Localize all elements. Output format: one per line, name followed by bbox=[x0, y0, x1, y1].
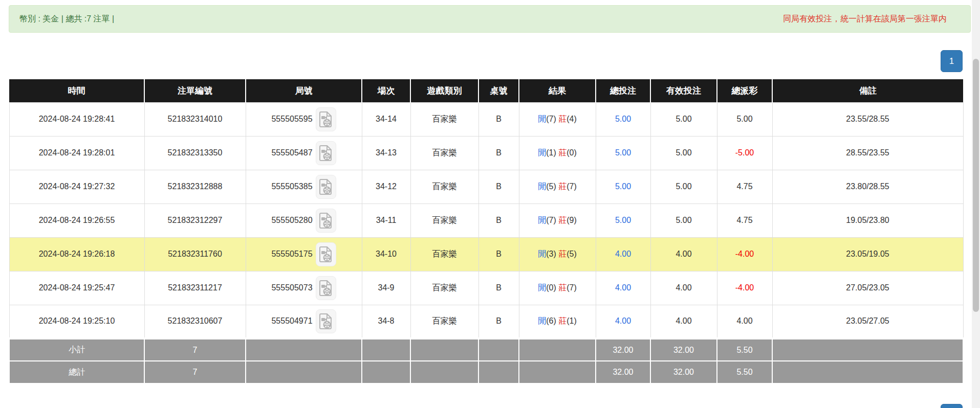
column-header: 總投注 bbox=[596, 79, 650, 102]
video-file-icon bbox=[319, 280, 333, 297]
time-cell: 2024-08-24 19:28:41 bbox=[9, 102, 144, 136]
banker-result-label: 莊 bbox=[558, 148, 567, 157]
round-id: 555505175 bbox=[271, 249, 312, 258]
round-cell: 555505595 bbox=[246, 102, 362, 136]
column-header: 總派彩 bbox=[717, 79, 772, 102]
column-header: 局號 bbox=[246, 79, 362, 102]
valid-bet-cell: 5.00 bbox=[650, 102, 717, 136]
player-result-label: 閒 bbox=[538, 283, 546, 292]
video-replay-button[interactable] bbox=[316, 276, 336, 300]
session-cell: 34-10 bbox=[362, 237, 410, 271]
banker-result-label: 莊 bbox=[558, 283, 567, 292]
total-bet-cell[interactable]: 5.00 bbox=[596, 102, 650, 136]
remark-cell: 19.05/23.80 bbox=[772, 203, 963, 237]
table-row: 2024-08-24 19:26:18 521832311760 5555051… bbox=[9, 237, 963, 271]
total-bet-cell[interactable]: 5.00 bbox=[596, 203, 650, 237]
session-cell: 34-12 bbox=[362, 170, 410, 203]
column-header: 遊戲類別 bbox=[410, 79, 478, 102]
payout-cell: -4.00 bbox=[717, 271, 772, 305]
session-cell: 34-13 bbox=[362, 136, 410, 170]
total-bet-cell[interactable]: 4.00 bbox=[596, 237, 650, 271]
banker-result-score: (4) bbox=[567, 115, 577, 123]
round-id: 555504971 bbox=[271, 316, 312, 325]
subtotal-row: 小計 7 32.00 32.00 5.50 bbox=[9, 338, 963, 361]
banker-result-label: 莊 bbox=[558, 182, 567, 191]
video-replay-button[interactable] bbox=[316, 209, 336, 233]
banker-result-score: (5) bbox=[567, 250, 577, 258]
table-row: 2024-08-24 19:25:10 521832310607 5555049… bbox=[9, 305, 963, 338]
pagination-page-1-bottom[interactable]: 1 bbox=[941, 404, 963, 408]
scrollbar[interactable] bbox=[972, 0, 980, 408]
round-id: 555505385 bbox=[271, 182, 312, 190]
payout-cell: 4.75 bbox=[717, 203, 772, 237]
video-replay-button[interactable] bbox=[316, 309, 336, 333]
remark-cell: 23.80/28.55 bbox=[772, 170, 963, 203]
round-cell: 555505280 bbox=[246, 203, 362, 237]
time-cell: 2024-08-24 19:25:10 bbox=[9, 305, 144, 338]
video-replay-button[interactable] bbox=[316, 242, 336, 266]
player-result-label: 閒 bbox=[538, 250, 546, 258]
payout-cell: 4.75 bbox=[717, 170, 772, 203]
pagination-page-1-top[interactable]: 1 bbox=[941, 50, 963, 72]
banker-result-score: (7) bbox=[567, 283, 577, 292]
column-header: 場次 bbox=[362, 79, 410, 102]
round-cell: 555505073 bbox=[246, 271, 362, 305]
valid-bet-cell: 5.00 bbox=[650, 203, 717, 237]
player-result-score: (6) bbox=[546, 316, 556, 325]
total-total-bet: 32.00 bbox=[596, 361, 650, 383]
session-cell: 34-11 bbox=[362, 203, 410, 237]
banker-result-score: (9) bbox=[567, 216, 577, 224]
valid-bet-cell: 4.00 bbox=[650, 305, 717, 338]
time-cell: 2024-08-24 19:28:01 bbox=[9, 136, 144, 170]
player-result-label: 閒 bbox=[538, 182, 546, 191]
round-cell: 555504971 bbox=[246, 305, 362, 338]
bet-id-cell: 521832313350 bbox=[144, 136, 246, 170]
table-no-cell: B bbox=[478, 203, 519, 237]
remark-cell: 23.05/27.05 bbox=[772, 305, 963, 338]
table-row: 2024-08-24 19:28:01 521832313350 5555054… bbox=[9, 136, 963, 170]
payout-cell: -5.00 bbox=[717, 136, 772, 170]
round-id: 555505073 bbox=[271, 283, 312, 291]
player-result-score: (5) bbox=[546, 182, 556, 191]
total-bet-cell[interactable]: 5.00 bbox=[596, 170, 650, 203]
table-no-cell: B bbox=[478, 271, 519, 305]
table-row: 2024-08-24 19:28:41 521832314010 5555055… bbox=[9, 102, 963, 136]
bet-id-cell: 521832310607 bbox=[144, 305, 246, 338]
video-file-icon bbox=[319, 145, 333, 162]
total-payout: 5.50 bbox=[717, 361, 772, 383]
remark-cell: 27.05/23.05 bbox=[772, 271, 963, 305]
valid-bet-cell: 4.00 bbox=[650, 237, 717, 271]
player-result-score: (7) bbox=[546, 216, 556, 224]
round-cell: 555505487 bbox=[246, 136, 362, 170]
result-cell: 閒(5) 莊(7) bbox=[519, 170, 596, 203]
round-cell: 555505385 bbox=[246, 170, 362, 203]
video-file-icon bbox=[319, 246, 333, 263]
video-replay-button[interactable] bbox=[316, 141, 336, 165]
total-bet-cell[interactable]: 4.00 bbox=[596, 305, 650, 338]
table-no-cell: B bbox=[478, 102, 519, 136]
subtotal-total-bet: 32.00 bbox=[596, 338, 650, 361]
scrollbar-thumb[interactable] bbox=[973, 59, 979, 312]
table-no-cell: B bbox=[478, 170, 519, 203]
game-type-cell: 百家樂 bbox=[410, 271, 478, 305]
session-cell: 34-9 bbox=[362, 271, 410, 305]
total-bet-cell[interactable]: 5.00 bbox=[596, 136, 650, 170]
banker-result-label: 莊 bbox=[558, 115, 567, 123]
total-bet-cell[interactable]: 4.00 bbox=[596, 271, 650, 305]
table-no-cell: B bbox=[478, 237, 519, 271]
player-result-label: 閒 bbox=[538, 216, 546, 224]
valid-bet-cell: 4.00 bbox=[650, 271, 717, 305]
game-type-cell: 百家樂 bbox=[410, 237, 478, 271]
video-replay-button[interactable] bbox=[316, 107, 336, 131]
round-id: 555505595 bbox=[271, 114, 312, 123]
game-type-cell: 百家樂 bbox=[410, 170, 478, 203]
banker-result-score: (0) bbox=[567, 148, 577, 157]
table-no-cell: B bbox=[478, 305, 519, 338]
player-result-label: 閒 bbox=[538, 148, 546, 157]
video-replay-button[interactable] bbox=[316, 175, 336, 199]
banker-result-score: (1) bbox=[567, 316, 577, 325]
column-header: 備註 bbox=[772, 79, 963, 102]
video-file-icon bbox=[319, 111, 333, 128]
player-result-label: 閒 bbox=[538, 115, 546, 123]
total-label: 總計 bbox=[9, 361, 144, 383]
